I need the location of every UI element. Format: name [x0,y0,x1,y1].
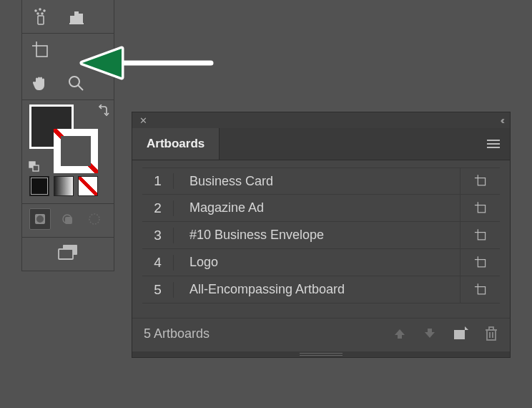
svg-rect-38 [478,259,485,266]
svg-point-1 [39,9,41,10]
svg-rect-29 [478,178,485,185]
artboard-row[interactable]: 4 Logo [142,249,500,276]
draw-behind-icon[interactable] [56,208,78,230]
move-up-icon[interactable] [393,326,407,341]
color-mode-none[interactable] [78,176,98,196]
symbol-sprayer-tool[interactable] [22,0,58,33]
default-fill-stroke-icon[interactable] [28,160,41,173]
svg-point-13 [69,77,79,87]
artboard-name[interactable]: All-Encompassing Artboard [174,282,460,297]
artboard-row[interactable]: 2 Magazine Ad [142,195,500,222]
svg-rect-23 [59,249,73,259]
artboard-name[interactable]: Magazine Ad [174,200,460,215]
screen-mode-icon[interactable] [56,243,80,261]
draw-inside-icon[interactable] [84,208,105,230]
svg-rect-41 [478,286,485,293]
svg-rect-43 [487,330,496,340]
move-down-icon[interactable] [423,326,437,341]
artboard-tool[interactable] [22,34,58,67]
collapse-icon[interactable]: ‹‹ [501,115,503,126]
color-mode-gradient[interactable] [54,176,74,196]
svg-rect-8 [75,12,78,24]
stroke-swatch[interactable] [54,129,98,173]
svg-rect-42 [454,330,465,339]
tab-artboards[interactable]: Artboards [132,128,220,160]
svg-point-21 [89,214,99,224]
svg-point-4 [41,13,43,14]
artboard-row[interactable]: 1 Business Card [142,167,500,195]
row-number: 4 [142,255,174,271]
svg-rect-7 [71,16,74,24]
delete-icon[interactable] [484,326,498,341]
graph-tool[interactable] [58,0,94,33]
new-artboard-icon[interactable] [453,326,468,341]
svg-rect-20 [65,217,72,224]
svg-line-14 [78,85,83,90]
artboard-name[interactable]: Logo [174,255,460,270]
svg-rect-16 [33,165,39,171]
artboard-name[interactable]: #10 Business Envelope [174,228,460,243]
draw-normal-icon[interactable] [29,208,51,230]
color-mode-solid[interactable] [29,176,49,196]
panel-menu-icon[interactable] [477,138,510,150]
svg-rect-12 [36,46,47,57]
slice-tool-empty [58,34,94,67]
svg-rect-9 [79,14,82,24]
artboard-options-icon[interactable] [460,222,500,248]
artboard-options-icon[interactable] [460,249,500,276]
svg-rect-32 [478,205,485,212]
artboard-row[interactable]: 5 All-Encompassing Artboard [142,276,500,303]
svg-point-0 [35,10,36,11]
artboard-name[interactable]: Business Card [174,174,460,189]
row-number: 2 [142,200,174,216]
tools-panel [21,0,114,271]
artboard-options-icon[interactable] [460,276,500,303]
zoom-tool[interactable] [58,67,94,99]
hand-tool[interactable] [22,67,58,99]
close-icon[interactable]: ✕ [139,115,147,126]
artboard-count-label: 5 Artboards [144,326,393,341]
artboards-panel: ✕ ‹‹ Artboards 1 Business Card 2 Magazin… [132,112,511,358]
svg-rect-35 [478,232,485,239]
row-number: 5 [142,282,174,298]
row-number: 3 [142,228,174,243]
svg-rect-47 [489,327,493,330]
svg-rect-5 [38,16,44,24]
artboard-options-icon[interactable] [460,195,500,221]
svg-point-3 [37,13,39,14]
resize-grip[interactable] [132,351,510,357]
artboard-row[interactable]: 3 #10 Business Envelope [142,222,500,249]
fill-stroke-swatches[interactable] [22,100,114,172]
swap-fill-stroke-icon[interactable] [97,105,109,117]
artboard-options-icon[interactable] [460,168,500,194]
row-number: 1 [142,173,174,189]
svg-point-2 [44,10,45,11]
svg-point-18 [36,215,44,223]
